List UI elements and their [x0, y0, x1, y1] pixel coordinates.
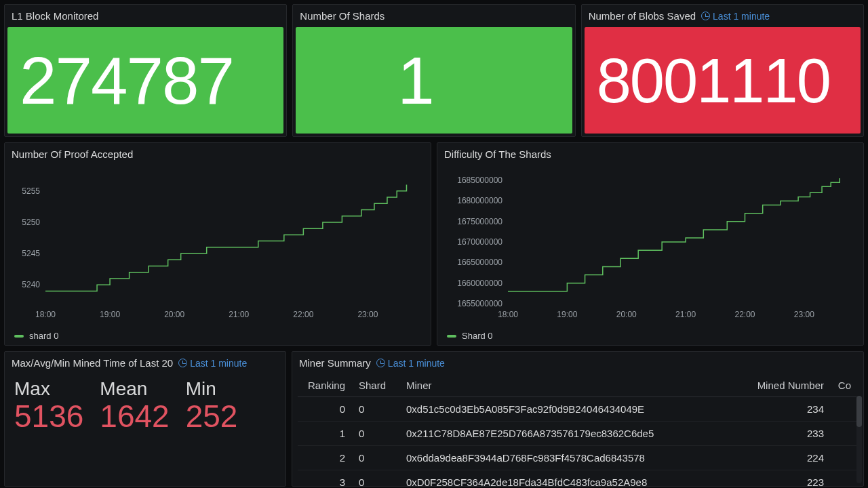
clock-icon: [376, 359, 385, 367]
title-text: Max/Avg/Min Mined Time of Last 20: [12, 357, 173, 369]
svg-text:20:00: 20:00: [164, 310, 184, 319]
panel-miner-summary: Miner Summary Last 1 minute Ranking Shar…: [292, 351, 864, 487]
stat-value: 1642: [100, 400, 169, 432]
cell-rank: 1: [298, 422, 352, 446]
panel-title: Max/Avg/Min Mined Time of Last 20 Last 1…: [5, 352, 285, 371]
cell-mined: 233: [736, 422, 831, 446]
cell-miner: 0x211C78D8AE87E25D766A873576179ec8362C6d…: [399, 422, 736, 446]
cell-shard: 0: [352, 470, 399, 487]
col-ranking[interactable]: Ranking: [298, 374, 352, 397]
svg-text:21:00: 21:00: [675, 310, 696, 319]
svg-text:19:00: 19:00: [557, 310, 577, 319]
title-text: Number of Blobs Saved: [589, 10, 696, 22]
svg-text:5240: 5240: [22, 280, 40, 289]
legend-label: Shard 0: [462, 331, 493, 341]
svg-text:21:00: 21:00: [229, 310, 249, 319]
cell-shard: 0: [352, 422, 399, 446]
cell-rank: 3: [298, 470, 352, 487]
panel-mined-time: Max/Avg/Min Mined Time of Last 20 Last 1…: [4, 351, 286, 487]
svg-text:5250: 5250: [22, 218, 40, 227]
title-text: Number Of Proof Accepted: [12, 148, 133, 160]
miner-table: Ranking Shard Miner Mined Number Co 000x…: [298, 374, 858, 486]
cell-shard: 0: [352, 446, 399, 470]
stat-max: Max 5136: [14, 378, 83, 432]
stat-value: 274787: [20, 47, 233, 114]
panel-title: Difficulty Of The Shards: [437, 143, 863, 163]
cell-co: [831, 446, 858, 470]
cell-mined: 234: [736, 397, 831, 422]
col-mined[interactable]: Mined Number: [736, 374, 831, 397]
chart-canvas[interactable]: 1655000000166000000016650000001670000000…: [437, 163, 863, 329]
cell-co: [831, 397, 858, 422]
stat-value: 252: [186, 400, 238, 432]
table-row[interactable]: 300xD0F258CF364A2de18Fda34BfdC483fca9a52…: [298, 470, 858, 487]
table-row[interactable]: 200x6dda9dea8F3944aD768Fc983Ff4578Cad684…: [298, 446, 858, 470]
stat-label: Min: [186, 378, 238, 400]
col-miner[interactable]: Miner: [399, 374, 736, 397]
svg-text:22:00: 22:00: [293, 310, 313, 319]
time-badge[interactable]: Last 1 minute: [178, 358, 247, 369]
stat-mean: Mean 1642: [100, 378, 169, 432]
chart-proof-accepted: Number Of Proof Accepted 524052455250525…: [4, 142, 431, 346]
title-text: Number Of Shards: [300, 10, 384, 22]
col-shard[interactable]: Shard: [352, 374, 399, 397]
svg-text:1655000000: 1655000000: [457, 299, 502, 308]
cell-rank: 0: [298, 397, 352, 422]
chart-canvas[interactable]: 524052455250525518:0019:0020:0021:0022:0…: [5, 163, 431, 329]
panel-title: L1 Block Monitored: [5, 5, 286, 24]
clock-icon: [178, 359, 187, 367]
cell-shard: 0: [352, 397, 399, 422]
svg-text:23:00: 23:00: [794, 310, 814, 319]
scrollbar-thumb[interactable]: [856, 396, 862, 427]
time-badge[interactable]: Last 1 minute: [376, 358, 445, 369]
cell-mined: 224: [736, 446, 831, 470]
cell-miner: 0x6dda9dea8F3944aD768Fc983Ff4578Cad68435…: [399, 446, 736, 470]
svg-text:20:00: 20:00: [616, 310, 637, 319]
svg-text:23:00: 23:00: [357, 310, 378, 319]
table-row[interactable]: 000xd51c5c0d3Eb5A085F3Fac92f0d9B24046434…: [298, 397, 858, 422]
stat-card-blobs: Number of Blobs Saved Last 1 minute 8001…: [581, 4, 864, 137]
col-co[interactable]: Co: [831, 374, 858, 397]
title-text: Miner Summary: [299, 357, 371, 369]
svg-text:5245: 5245: [22, 249, 40, 258]
stat-value-box: 274787: [7, 27, 283, 134]
legend-swatch: [447, 335, 456, 338]
stats-row: Max 5136 Mean 1642 Min 252: [5, 371, 285, 442]
stat-value-box: 1: [296, 27, 572, 134]
title-text: Difficulty Of The Shards: [444, 148, 551, 160]
time-text: Last 1 minute: [713, 11, 770, 22]
svg-text:22:00: 22:00: [734, 310, 755, 319]
cell-co: [831, 422, 858, 446]
panel-title: Number of Blobs Saved Last 1 minute: [582, 5, 863, 24]
cell-rank: 2: [298, 446, 352, 470]
table-row[interactable]: 100x211C78D8AE87E25D766A873576179ec8362C…: [298, 422, 858, 446]
stat-card-l1-block: L1 Block Monitored 274787: [4, 4, 287, 137]
stat-value-box: 8001110: [585, 27, 861, 134]
panel-title: Number Of Shards: [293, 5, 574, 24]
stat-label: Max: [14, 378, 83, 400]
chart-legend[interactable]: shard 0: [5, 329, 431, 345]
stat-value: 8001110: [597, 49, 830, 112]
title-text: L1 Block Monitored: [12, 10, 98, 22]
cell-co: [831, 470, 858, 487]
cell-mined: 223: [736, 470, 831, 487]
panel-title: Number Of Proof Accepted: [5, 143, 431, 163]
chart-legend[interactable]: Shard 0: [437, 329, 863, 345]
stat-value: 1: [397, 47, 433, 114]
scrollbar[interactable]: [856, 396, 862, 483]
svg-text:19:00: 19:00: [100, 310, 120, 319]
time-badge[interactable]: Last 1 minute: [701, 11, 770, 22]
svg-text:1665000000: 1665000000: [457, 258, 502, 267]
svg-text:1660000000: 1660000000: [457, 279, 502, 288]
table-header-row: Ranking Shard Miner Mined Number Co: [298, 374, 858, 397]
legend-label: shard 0: [29, 331, 58, 341]
stat-min: Min 252: [186, 378, 238, 432]
chart-difficulty: Difficulty Of The Shards 165500000016600…: [437, 142, 864, 346]
svg-text:1675000000: 1675000000: [457, 217, 502, 226]
svg-text:1670000000: 1670000000: [457, 237, 502, 247]
cell-miner: 0xd51c5c0d3Eb5A085F3Fac92f0d9B2404643404…: [399, 397, 736, 422]
svg-text:18:00: 18:00: [35, 310, 56, 319]
stat-label: Mean: [100, 378, 169, 400]
svg-text:1685000000: 1685000000: [457, 176, 502, 185]
legend-swatch: [14, 335, 24, 338]
